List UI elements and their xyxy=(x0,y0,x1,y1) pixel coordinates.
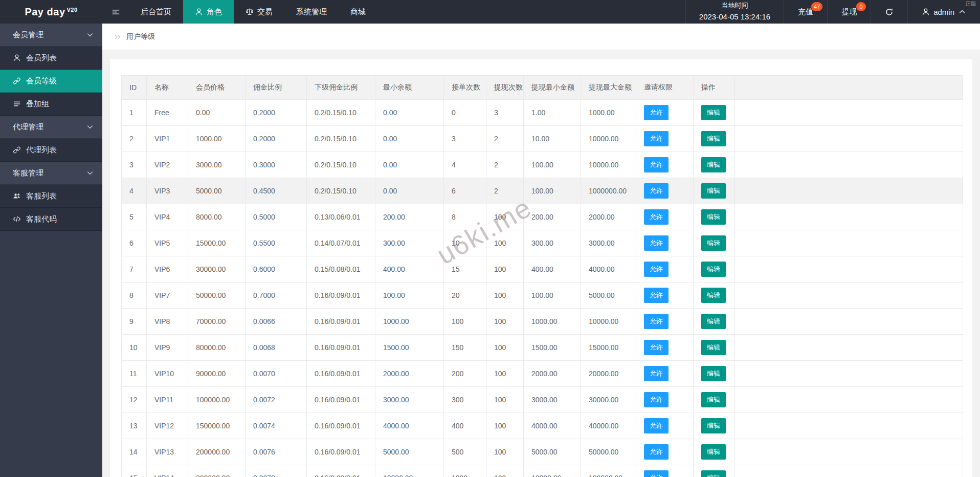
allow-button[interactable]: 允许 xyxy=(644,418,669,433)
table-cell: 14 xyxy=(122,439,147,465)
allow-button[interactable]: 允许 xyxy=(644,105,669,120)
recharge-button[interactable]: 充值 47 xyxy=(784,0,827,24)
allow-button[interactable]: 允许 xyxy=(644,157,669,172)
edit-button[interactable]: 编辑 xyxy=(701,288,726,303)
table-cell: 100.00 xyxy=(524,178,581,204)
sidebar-group-5[interactable]: 代理管理 xyxy=(0,116,102,139)
table-cell: 15000.00 xyxy=(188,230,246,256)
edit-button[interactable]: 编辑 xyxy=(701,262,726,277)
invite-permission-cell: 允许 xyxy=(636,100,694,126)
table-cell: 2 xyxy=(486,126,524,152)
table-cell: 1000000.00 xyxy=(581,178,636,204)
sidebar-item-3[interactable]: 会员等级 xyxy=(0,70,102,93)
filler-cell xyxy=(735,178,963,204)
column-header: 佣金比例 xyxy=(246,76,307,100)
code-icon xyxy=(13,215,21,223)
filler-cell xyxy=(735,413,963,439)
edit-button[interactable]: 编辑 xyxy=(701,183,726,199)
brand-version: V20 xyxy=(67,7,78,13)
nav-item-1[interactable]: 后台首页 xyxy=(129,0,183,24)
sidebar-item-9[interactable]: 客服代码 xyxy=(0,208,102,231)
table-cell: 100 xyxy=(486,465,524,477)
table-row-12: 12VIP11100000.000.00720.16/0.09/0.013000… xyxy=(122,387,963,413)
refresh-icon xyxy=(885,8,894,16)
edit-button[interactable]: 编辑 xyxy=(701,235,726,251)
table-cell: 300 xyxy=(444,387,486,413)
table-cell: 0.4500 xyxy=(246,178,307,204)
table-cell: VIP10 xyxy=(147,361,188,387)
filler-cell xyxy=(735,126,963,152)
allow-button[interactable]: 允许 xyxy=(644,235,669,251)
edit-button[interactable]: 编辑 xyxy=(701,157,726,172)
edit-button[interactable]: 编辑 xyxy=(701,470,726,477)
allow-button[interactable]: 允许 xyxy=(644,209,669,225)
table-row-3: 3VIP23000.000.30000.2/0.15/0.100.0042100… xyxy=(122,152,963,178)
table-cell: 400 xyxy=(444,413,486,439)
allow-button[interactable]: 允许 xyxy=(644,340,669,355)
allow-button[interactable]: 允许 xyxy=(644,470,669,477)
chevron-down-icon xyxy=(86,169,94,177)
edit-button[interactable]: 编辑 xyxy=(701,392,726,407)
table-cell: 10000.00 xyxy=(375,465,444,477)
table-cell: 50000.00 xyxy=(581,439,636,465)
edit-button[interactable]: 编辑 xyxy=(701,131,726,146)
table-cell: 1000.00 xyxy=(581,100,636,126)
filler-cell xyxy=(735,204,963,230)
refresh-button[interactable] xyxy=(871,0,907,24)
invite-permission-cell: 允许 xyxy=(636,126,694,152)
table-cell: 10 xyxy=(122,335,147,361)
table-cell: 100 xyxy=(486,283,524,309)
allow-button[interactable]: 允许 xyxy=(644,444,669,460)
nav-item-3[interactable]: 交易 xyxy=(234,0,284,24)
allow-button[interactable]: 允许 xyxy=(644,392,669,407)
sidebar-group-7[interactable]: 客服管理 xyxy=(0,162,102,185)
chevron-down-icon xyxy=(86,123,94,131)
table-cell: 100 xyxy=(486,361,524,387)
allow-button[interactable]: 允许 xyxy=(644,288,669,303)
table-cell: 50000.00 xyxy=(188,283,246,309)
sidebar-item-4[interactable]: 叠加组 xyxy=(0,93,102,116)
edit-button[interactable]: 编辑 xyxy=(701,314,726,329)
edit-button[interactable]: 编辑 xyxy=(701,105,726,120)
allow-button[interactable]: 允许 xyxy=(644,314,669,329)
table-cell: 400.00 xyxy=(375,256,444,283)
table-cell: 0.16/0.09/0.01 xyxy=(307,283,375,309)
nav-item-5[interactable]: 商城 xyxy=(339,0,377,24)
filler-cell xyxy=(735,387,963,413)
sidebar-group-1[interactable]: 会员管理 xyxy=(0,24,102,47)
table-cell: 200000.00 xyxy=(188,439,246,465)
table-cell: 150 xyxy=(444,335,486,361)
sidebar-toggle-button[interactable] xyxy=(102,0,129,24)
admin-username: admin xyxy=(933,8,954,16)
table-cell: 5000.00 xyxy=(188,178,246,204)
allow-button[interactable]: 允许 xyxy=(644,366,669,381)
table-cell: 2000.00 xyxy=(581,204,636,230)
edit-button[interactable]: 编辑 xyxy=(701,366,726,381)
table-cell: 3000.00 xyxy=(375,387,444,413)
nav-item-4[interactable]: 系统管理 xyxy=(284,0,339,24)
edit-button[interactable]: 编辑 xyxy=(701,340,726,355)
topbar-right: 当地时间 2023-04-05 13:24:16 充值 47 提现 0 admi… xyxy=(685,0,980,24)
table-row-5: 5VIP48000.000.50000.13/0.06/0.01200.0081… xyxy=(122,204,963,230)
table-cell: 15 xyxy=(444,256,486,283)
invite-permission-cell: 允许 xyxy=(636,309,694,335)
invite-permission-cell: 允许 xyxy=(636,256,694,283)
table-header-row: ID名称会员价格佣金比例下级佣金比例最小余额接单次数提现次数提现最小金额提现最大… xyxy=(122,76,963,100)
allow-button[interactable]: 允许 xyxy=(644,183,669,199)
sidebar-item-6[interactable]: 代理列表 xyxy=(0,139,102,162)
table-cell: 100 xyxy=(486,204,524,230)
withdraw-button[interactable]: 提现 0 xyxy=(827,0,871,24)
table-cell: 10000.00 xyxy=(524,465,581,477)
edit-button[interactable]: 编辑 xyxy=(701,209,726,225)
filler-cell xyxy=(735,230,963,256)
sidebar-item-8[interactable]: 客服列表 xyxy=(0,185,102,208)
invite-permission-cell: 允许 xyxy=(636,361,694,387)
allow-button[interactable]: 允许 xyxy=(644,131,669,146)
allow-button[interactable]: 允许 xyxy=(644,262,669,277)
nav-item-2[interactable]: 角色 xyxy=(183,0,234,24)
filler-cell xyxy=(735,100,963,126)
edit-button[interactable]: 编辑 xyxy=(701,444,726,460)
table-cell: 7 xyxy=(122,256,147,283)
sidebar-item-2[interactable]: 会员列表 xyxy=(0,47,102,70)
edit-button[interactable]: 编辑 xyxy=(701,418,726,433)
